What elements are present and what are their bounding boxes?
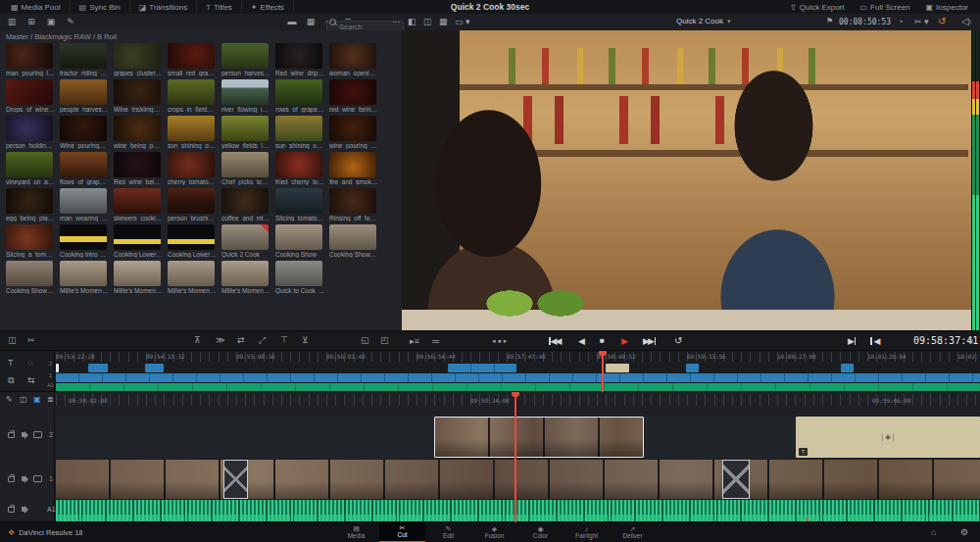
media-item[interactable]: Wine_trickling_fro... bbox=[114, 79, 163, 116]
page-tab[interactable]: ◈ Fusion bbox=[471, 522, 517, 542]
trim-tool-icon[interactable]: ◫ bbox=[20, 396, 27, 404]
camera-icon[interactable]: ◔ bbox=[898, 18, 903, 26]
swap-timeline-icon[interactable]: ⇆ bbox=[27, 376, 35, 385]
media-item[interactable]: Millie's Moments ... bbox=[60, 261, 109, 297]
overview-clip[interactable] bbox=[448, 364, 516, 372]
overview-track-v2[interactable] bbox=[56, 364, 980, 372]
media-item[interactable]: red_wine_being_p... bbox=[329, 79, 378, 116]
viewer-tool-view-icon[interactable]: ▭ ▾ bbox=[455, 18, 470, 26]
track-v1[interactable] bbox=[56, 460, 980, 499]
media-item[interactable]: woman_opening_... bbox=[329, 43, 378, 79]
media-item[interactable]: man_pouring_liqu... bbox=[6, 43, 55, 79]
project-settings-gear-icon[interactable]: ⚙ bbox=[960, 528, 968, 537]
media-filter-icon[interactable]: ⋯ bbox=[392, 19, 400, 26]
media-pool-tool-icon[interactable]: ⊞ bbox=[24, 16, 39, 28]
media-item[interactable]: man_wearing_an_... bbox=[60, 188, 109, 224]
media-item[interactable]: sun_shining_over_... bbox=[168, 116, 217, 152]
project-manager-icon[interactable]: ⌂ bbox=[931, 528, 936, 537]
overview-track-v1[interactable] bbox=[56, 373, 980, 382]
source-overwrite-icon[interactable]: ⊻ bbox=[302, 336, 309, 345]
media-item[interactable]: Quick to Cook_... bbox=[275, 261, 324, 297]
overview-track-a1[interactable] bbox=[56, 383, 980, 391]
media-item[interactable]: person_harvestin... bbox=[221, 43, 270, 79]
play-button[interactable]: ▶ bbox=[621, 336, 628, 346]
media-item[interactable]: Millie's Moments ... bbox=[168, 261, 217, 297]
timeline-menu-icon[interactable]: ≡ bbox=[968, 337, 973, 346]
media-item[interactable]: crops_in_field_at_... bbox=[168, 79, 217, 116]
media-item[interactable]: Rinsing_off_tomat... bbox=[329, 188, 378, 224]
boring-detector-icon[interactable]: ◌ bbox=[27, 359, 32, 368]
overview-playhead[interactable] bbox=[602, 351, 604, 392]
overview-clip[interactable] bbox=[686, 364, 699, 372]
match-frame-out-icon[interactable]: ▶ bbox=[848, 336, 856, 346]
media-item[interactable]: Millie's Moments ... bbox=[114, 261, 163, 297]
top-right-button[interactable]: ⇧ Quick Export bbox=[782, 3, 853, 12]
panel-toggle-tab[interactable]: T Titles bbox=[197, 1, 242, 13]
media-item[interactable]: Cooking Show_tvc bbox=[6, 261, 55, 297]
media-item[interactable]: vineyard_on_a_far... bbox=[6, 152, 55, 188]
media-item[interactable]: Slicing_tomatoes_... bbox=[275, 188, 324, 224]
media-item[interactable]: Drops_of_wine_sp... bbox=[6, 79, 55, 116]
viewer-tool-multicam-icon[interactable]: ▦ bbox=[439, 18, 448, 26]
append-icon[interactable]: ≫ bbox=[216, 336, 224, 345]
media-item[interactable]: Millie's Moments ... bbox=[221, 261, 270, 297]
panel-toggle-tab[interactable]: ◪ Transitions bbox=[130, 1, 197, 13]
ripple-overwrite-icon[interactable]: ⇄ bbox=[237, 336, 245, 345]
source-tape-icon[interactable]: ▸≡ bbox=[410, 337, 419, 346]
close-up-icon[interactable]: ⤢ bbox=[259, 336, 266, 345]
viewer-tool-split-icon[interactable]: ◫ bbox=[423, 18, 432, 26]
media-item[interactable]: flows_of_grape_tr... bbox=[60, 152, 109, 188]
fit-timeline-icon[interactable]: ◱ bbox=[361, 336, 369, 345]
trim-mode-icon[interactable]: ◫ bbox=[8, 336, 17, 345]
skip-forward-button[interactable]: ▶▶ bbox=[643, 336, 656, 346]
sync-clips-icon[interactable]: ⧉ bbox=[8, 376, 14, 385]
media-item[interactable]: Cooking Lower Thi... bbox=[114, 224, 163, 261]
overview-playhead-handle[interactable] bbox=[599, 351, 607, 356]
media-view-icon[interactable]: ▬ bbox=[284, 16, 300, 28]
media-item[interactable]: Cooking Show bbox=[275, 224, 324, 261]
media-pool-tool-icon[interactable]: ▣ bbox=[43, 16, 59, 28]
lock-icon[interactable] bbox=[8, 432, 15, 438]
overview-clip[interactable] bbox=[88, 364, 108, 372]
mute-icon[interactable] bbox=[22, 476, 25, 481]
monitor-icon[interactable] bbox=[33, 431, 42, 438]
timeline-playhead[interactable] bbox=[514, 392, 516, 522]
media-item[interactable]: rows_of_grapevin... bbox=[275, 79, 324, 116]
audio-trim-icon[interactable]: ≣ bbox=[47, 396, 54, 404]
media-item[interactable]: egg_being_placed... bbox=[6, 188, 55, 224]
media-item[interactable]: coffee_and_milk_b... bbox=[221, 188, 270, 224]
top-right-button[interactable]: ▭ Full Screen bbox=[853, 3, 918, 12]
overview-ruler[interactable]: 09:53:22:2809:54:15:3209:55:08:3609:56:0… bbox=[56, 352, 980, 362]
page-tab[interactable]: ♪ Fairlight bbox=[564, 522, 610, 542]
media-item[interactable]: skewers_cooking_... bbox=[114, 188, 163, 224]
media-item[interactable]: grapes_cluster_in... bbox=[114, 43, 163, 79]
page-tab[interactable]: ▤ Media bbox=[333, 522, 379, 542]
media-item[interactable]: tractor_riding_ove... bbox=[60, 43, 109, 79]
tools-icon[interactable]: ✂ ▾ bbox=[914, 18, 929, 26]
zoom-options-icon[interactable]: ◰ bbox=[380, 336, 389, 345]
lock-icon[interactable] bbox=[8, 476, 15, 482]
viewer-video[interactable] bbox=[402, 30, 980, 330]
media-item[interactable]: Cooking Show_... bbox=[329, 224, 378, 261]
stop-button[interactable]: ■ bbox=[600, 336, 605, 345]
title-clip[interactable]: T ❘◆❘ bbox=[796, 417, 980, 458]
media-item[interactable]: Red_wine_drippin... bbox=[275, 43, 324, 79]
sync-icon[interactable]: ↺ bbox=[938, 17, 946, 26]
place-on-top-icon[interactable]: ⊤ bbox=[280, 336, 288, 345]
page-tab[interactable]: ✂ Cut bbox=[379, 522, 425, 542]
panel-toggle-tab[interactable]: ▦ Media Pool bbox=[2, 1, 71, 13]
overview-title-clip[interactable] bbox=[606, 364, 629, 372]
lock-icon[interactable] bbox=[8, 507, 15, 513]
page-tab[interactable]: ✎ Edit bbox=[425, 522, 471, 542]
monitor-icon[interactable] bbox=[33, 475, 42, 482]
media-item[interactable]: Red_wine_being_p... bbox=[114, 152, 163, 188]
media-pool-tool-icon[interactable]: ✎ bbox=[63, 16, 78, 28]
overview-clip[interactable] bbox=[145, 364, 164, 372]
overview-clip[interactable] bbox=[841, 364, 854, 372]
media-item[interactable]: cherry_tomatoes_... bbox=[168, 152, 217, 188]
mute-icon[interactable] bbox=[22, 507, 25, 512]
timeline-playhead-handle[interactable] bbox=[512, 392, 519, 397]
smart-insert-icon[interactable]: ⊼ bbox=[194, 336, 201, 345]
viewer-tool-camera-icon[interactable]: ◧ bbox=[408, 18, 416, 26]
play-reverse-button[interactable]: ◀ bbox=[578, 336, 585, 346]
